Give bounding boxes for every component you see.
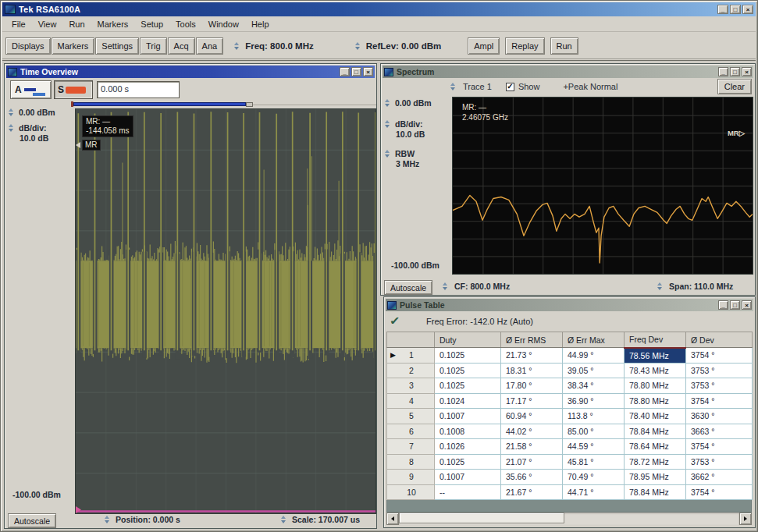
cell-freq-dev[interactable]: 78.72 MHz (625, 454, 686, 470)
span-readout[interactable]: Span: 110.0 MHz (669, 282, 733, 291)
cell-err-rms[interactable]: 18.31 ° (501, 363, 563, 378)
table-row[interactable]: 7 0.1026 21.58 ° 44.59 ° 78.64 MHz 3754 … (387, 439, 753, 455)
toplevel-adjust-icon[interactable] (8, 108, 15, 116)
cell-err-max[interactable]: 44.71 ° (563, 484, 625, 500)
column-freq-dev[interactable]: Freq Dev (625, 332, 686, 348)
scroll-right-button[interactable] (739, 512, 752, 525)
cell-phase-dev[interactable]: 3754 ° (686, 348, 753, 364)
cell-freq-dev[interactable]: 78.84 MHz (625, 424, 686, 439)
maximize-button[interactable]: □ (730, 5, 741, 14)
clear-button[interactable]: Clear (717, 79, 752, 94)
time-overview-maximize-button[interactable]: □ (351, 67, 361, 76)
ana-button[interactable]: Ana (196, 37, 224, 55)
table-row[interactable]: ▶1 0.1025 21.73 ° 44.99 ° 78.56 MHz 3754… (387, 348, 753, 364)
cell-err-max[interactable]: 113.8 ° (563, 409, 625, 424)
table-row[interactable]: 6 0.1008 44.02 ° 85.00 ° 78.84 MHz 3663 … (387, 424, 753, 439)
table-row[interactable]: 4 0.1024 17.17 ° 36.90 ° 78.80 MHz 3754 … (387, 393, 753, 409)
reflev-adjust-icon[interactable] (354, 42, 361, 50)
reflev-readout[interactable]: RefLev: 0.00 dBm (366, 41, 442, 51)
cell-freq-dev[interactable]: 78.80 MHz (625, 378, 686, 394)
menu-setup[interactable]: Setup (134, 18, 169, 30)
spectrum-minimize-button[interactable]: _ (718, 67, 728, 76)
cell-err-max[interactable]: 45.81 ° (563, 454, 625, 470)
show-checkbox[interactable]: ✓ (506, 83, 514, 91)
time-overview-minimize-button[interactable]: _ (340, 67, 350, 76)
column-err-max[interactable]: Ø Err Max (563, 332, 625, 348)
row-header-cell[interactable]: 7 (387, 439, 435, 455)
cell-freq-dev[interactable]: 78.80 MHz (625, 393, 686, 409)
row-header-cell[interactable]: 8 (387, 454, 435, 470)
cell-err-rms[interactable]: 17.80 ° (501, 378, 563, 394)
cell-duty[interactable]: 0.1025 (435, 454, 501, 470)
column-duty[interactable]: Duty (435, 332, 501, 348)
menu-tools[interactable]: Tools (169, 18, 202, 30)
pulse-table-maximize-button[interactable]: □ (730, 300, 740, 310)
table-row[interactable]: 10 -- 21.67 ° 44.71 ° 78.84 MHz 3754 ° (387, 484, 753, 500)
menu-run[interactable]: Run (62, 18, 91, 30)
cell-phase-dev[interactable]: 3754 ° (686, 439, 753, 455)
cell-err-rms[interactable]: 60.94 ° (501, 409, 563, 424)
spectrum-maximize-button[interactable]: □ (730, 67, 740, 76)
cell-err-rms[interactable]: 35.66 ° (501, 470, 563, 485)
cell-freq-dev[interactable]: 78.95 MHz (625, 470, 686, 485)
menu-window[interactable]: Window (202, 18, 245, 30)
table-row[interactable]: 9 0.1007 35.66 ° 70.49 ° 78.95 MHz 3662 … (387, 470, 753, 485)
cell-err-max[interactable]: 70.49 ° (563, 470, 625, 485)
cell-freq-dev[interactable]: 78.43 MHz (625, 363, 686, 378)
cf-readout[interactable]: CF: 800.0 MHz (454, 282, 510, 291)
time-autoscale-button[interactable]: Autoscale (8, 513, 56, 528)
spec-dbdiv-value[interactable]: 10.0 dB (396, 129, 425, 139)
cell-duty[interactable]: 0.1008 (435, 424, 501, 439)
ampl-button[interactable]: Ampl (468, 37, 500, 55)
table-row[interactable]: 2 0.1025 18.31 ° 39.05 ° 78.43 MHz 3753 … (387, 363, 753, 378)
cell-err-max[interactable]: 44.99 ° (563, 348, 625, 364)
row-header-cell[interactable]: 6 (387, 424, 435, 439)
cell-err-max[interactable]: 44.59 ° (563, 439, 625, 455)
analysis-time-bar[interactable] (73, 102, 246, 106)
scrollbar-thumb[interactable] (399, 512, 564, 523)
cell-duty[interactable]: -- (435, 484, 501, 500)
spec-dbdiv-adjust-icon[interactable] (384, 120, 391, 128)
cell-duty[interactable]: 0.1025 (435, 378, 501, 394)
freq-readout[interactable]: Freq: 800.0 MHz (245, 41, 314, 51)
spec-top-dbm-label[interactable]: 0.00 dBm (395, 98, 432, 108)
rbw-label[interactable]: RBW (395, 149, 415, 158)
minimize-button[interactable]: _ (717, 5, 728, 14)
cell-err-rms[interactable]: 44.02 ° (501, 424, 563, 439)
menu-markers[interactable]: Markers (91, 18, 135, 30)
cell-freq-dev[interactable]: 78.40 MHz (625, 409, 686, 424)
table-row[interactable]: 3 0.1025 17.80 ° 38.34 ° 78.80 MHz 3753 … (387, 378, 753, 394)
cell-duty[interactable]: 0.1024 (435, 393, 501, 409)
time-dbdiv-label[interactable]: dB/div: (19, 123, 47, 133)
cell-phase-dev[interactable]: 3663 ° (686, 424, 753, 439)
row-header-cell[interactable]: ▶1 (387, 348, 435, 364)
freq-adjust-icon[interactable] (233, 42, 240, 50)
settings-button[interactable]: Settings (95, 37, 139, 55)
time-top-dbm-label[interactable]: 0.00 dBm (19, 108, 55, 117)
menu-help[interactable]: Help (245, 18, 276, 30)
cell-duty[interactable]: 0.1007 (435, 470, 501, 485)
column-err-rms[interactable]: Ø Err RMS (501, 332, 563, 348)
cell-err-rms[interactable]: 21.67 ° (501, 484, 563, 500)
time-dbdiv-value[interactable]: 10.0 dB (20, 133, 48, 143)
time-overview-title-bar[interactable]: Time Overview _ □ × (6, 66, 375, 78)
replay-button[interactable]: Replay (505, 37, 544, 55)
cell-duty[interactable]: 0.1026 (435, 439, 501, 455)
cell-freq-dev[interactable]: 78.84 MHz (625, 484, 686, 500)
scale-readout[interactable]: Scale: 170.007 us (292, 515, 360, 524)
row-header-cell[interactable]: 2 (387, 363, 435, 378)
pulse-table-title-bar[interactable]: Pulse Table _ □ × (386, 299, 753, 311)
pulse-table-minimize-button[interactable]: _ (718, 300, 728, 310)
table-row[interactable]: 5 0.1007 60.94 ° 113.8 ° 78.40 MHz 3630 … (387, 409, 753, 424)
trig-button[interactable]: Trig (140, 37, 167, 55)
cell-phase-dev[interactable]: 3753 ° (686, 454, 753, 470)
rbw-value[interactable]: 3 MHz (396, 159, 419, 168)
row-header-cell[interactable]: 5 (387, 409, 435, 424)
cell-freq-dev[interactable]: 78.64 MHz (625, 439, 686, 455)
cell-err-rms[interactable]: 21.58 ° (501, 439, 563, 455)
cell-duty[interactable]: 0.1007 (435, 409, 501, 424)
spectrum-plot[interactable]: MR: — 2.46075 GHz MR▷ (452, 97, 753, 275)
row-header-cell[interactable]: 10 (387, 484, 435, 500)
pulse-table-close-button[interactable]: × (742, 300, 752, 310)
cell-err-max[interactable]: 85.00 ° (563, 424, 625, 439)
